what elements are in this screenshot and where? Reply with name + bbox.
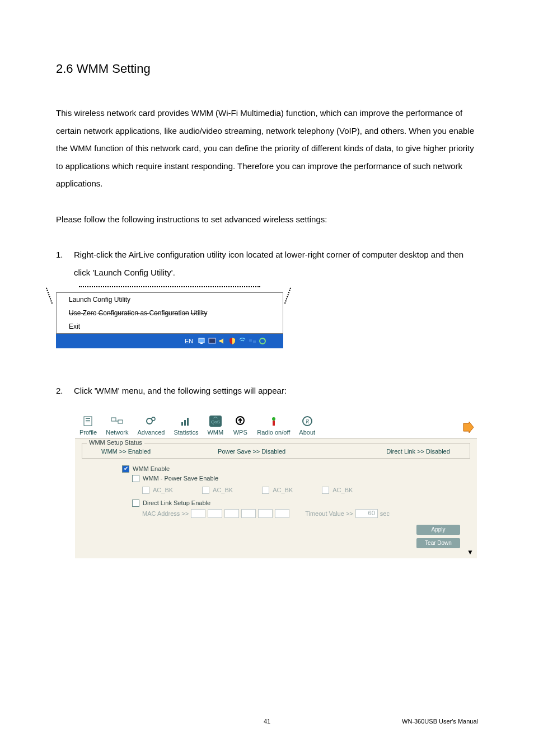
label-mac-address: MAC Address >>: [142, 510, 189, 517]
tab-label: About: [299, 429, 315, 436]
svg-rect-17: [187, 418, 189, 426]
svg-text:QoS: QoS: [211, 419, 220, 424]
radio-icon: [266, 414, 282, 428]
mac-field-1: [191, 509, 205, 518]
network-icon: [109, 414, 125, 428]
context-menu-figure: Launch Config Utility Use Zero Configura…: [56, 292, 478, 348]
tab-advanced[interactable]: Advanced: [133, 414, 170, 438]
ctx-exit[interactable]: Exit: [57, 320, 283, 333]
lang-indicator: EN: [185, 338, 193, 344]
tray-wifi-icon: [238, 337, 247, 346]
mac-field-4: [241, 509, 256, 518]
paragraph-instruction: Please follow the following instructions…: [56, 211, 478, 228]
svg-rect-7: [86, 418, 90, 419]
teardown-button[interactable]: Tear Down: [416, 538, 460, 548]
label-ac-4: AC_BK: [332, 487, 353, 493]
tab-label: Profile: [79, 429, 97, 436]
wmm-window: Profile Network Advanced Statistics: [75, 411, 477, 558]
tab-radio[interactable]: Radio on/off: [252, 414, 294, 438]
checkbox-ac-bk-3: [262, 487, 269, 494]
paragraph-intro: This wireless network card provides WMM …: [56, 104, 478, 193]
tab-wps[interactable]: WPS: [228, 414, 252, 438]
step-1-number: 1.: [56, 246, 74, 281]
step-2-text: Click 'WMM' menu, and the following sett…: [74, 382, 478, 400]
mac-field-2: [208, 509, 222, 518]
label-wmm-enable: WMM Enable: [133, 465, 170, 472]
svg-point-14: [152, 417, 155, 421]
tab-wmm[interactable]: QoS WMM: [203, 414, 228, 438]
step-2: 2. Click 'WMM' menu, and the following s…: [56, 382, 478, 400]
tray-refresh-icon: [258, 337, 267, 346]
profile-icon: [81, 414, 96, 428]
group-title: WMM Setup Status: [87, 439, 144, 446]
timeout-field: 60: [355, 509, 378, 518]
section-heading: 2.6 WMM Setting: [56, 62, 478, 76]
ctx-launch-config[interactable]: Launch Config Utility: [57, 293, 283, 306]
taskbar: EN: [56, 334, 283, 348]
tab-network[interactable]: Network: [101, 414, 133, 438]
svg-rect-15: [181, 422, 183, 426]
tab-label: Network: [106, 429, 128, 436]
status-powersave: Power Save >> Disabled: [218, 448, 285, 455]
mac-field-5: [258, 509, 273, 518]
svg-rect-8: [86, 420, 90, 421]
label-ac-2: AC_BK: [213, 487, 233, 493]
checkbox-powersave-enable[interactable]: [132, 475, 139, 482]
step-1-text: Right-click the AirLive configuration ut…: [74, 246, 478, 281]
tray-display-icon: [208, 337, 217, 346]
apply-button[interactable]: Apply: [416, 525, 460, 535]
svg-rect-9: [86, 422, 90, 422]
ctx-zero-config[interactable]: Use Zero Configuration as Configuration …: [57, 306, 283, 320]
checkbox-ac-bk-2: [202, 487, 209, 494]
label-timeout-unit: sec: [380, 510, 390, 517]
svg-rect-1: [200, 343, 203, 344]
svg-text:R: R: [305, 418, 309, 424]
svg-point-20: [272, 417, 275, 421]
tab-label: Advanced: [138, 429, 165, 436]
label-powersave-enable: WMM - Power Save Enable: [143, 475, 218, 482]
manual-title: WN-360USB User's Manual: [402, 718, 478, 725]
tab-label: WPS: [233, 429, 247, 436]
tab-statistics[interactable]: Statistics: [169, 414, 203, 438]
tray-monitor-icon: [198, 337, 207, 346]
tray-network-icon: [248, 337, 257, 346]
mac-field-6: [275, 509, 289, 518]
wmm-panel: WMM Setup Status WMM >> Enabled Power Sa…: [75, 438, 477, 558]
checkbox-ac-bk-4: [322, 487, 329, 494]
label-ac-1: AC_BK: [153, 487, 173, 493]
context-menu: Launch Config Utility Use Zero Configura…: [56, 292, 283, 334]
tab-label: WMM: [207, 429, 223, 436]
svg-rect-4: [253, 340, 256, 343]
svg-rect-6: [84, 417, 92, 426]
checkbox-directlink-enable[interactable]: [132, 500, 139, 507]
next-arrow-icon[interactable]: [462, 421, 475, 433]
tab-label: Radio on/off: [257, 429, 290, 436]
tab-profile[interactable]: Profile: [75, 414, 101, 438]
wps-icon: [232, 414, 248, 428]
label-ac-3: AC_BK: [273, 487, 293, 493]
svg-rect-10: [111, 418, 116, 421]
gear-icon: [143, 414, 159, 428]
tab-about[interactable]: R About: [294, 414, 320, 438]
status-directlink: Direct Link >> Disabled: [386, 448, 450, 455]
tray-shield-icon: [228, 337, 237, 346]
svg-rect-2: [209, 338, 216, 343]
qos-icon: QoS: [208, 414, 223, 428]
collapse-arrow-icon[interactable]: ▼: [75, 548, 477, 556]
svg-rect-3: [249, 339, 252, 342]
about-icon: R: [299, 414, 315, 428]
svg-rect-21: [273, 421, 275, 426]
tab-label: Statistics: [174, 429, 198, 436]
page-footer: 41 WN-360USB User's Manual: [56, 718, 478, 725]
step-1: 1. Right-click the AirLive configuration…: [56, 246, 478, 281]
status-wmm: WMM >> Enabled: [101, 448, 151, 455]
wmm-form: ✔ WMM Enable WMM - Power Save Enable AC_…: [75, 462, 477, 521]
tray-sound-icon: [218, 337, 227, 346]
svg-rect-0: [199, 338, 204, 343]
checkbox-wmm-enable[interactable]: ✔: [122, 465, 129, 473]
label-directlink-enable: Direct Link Setup Enable: [143, 500, 210, 506]
mac-field-3: [224, 509, 239, 518]
step-2-number: 2.: [56, 382, 74, 400]
svg-rect-11: [118, 420, 123, 423]
chart-icon: [178, 414, 194, 428]
